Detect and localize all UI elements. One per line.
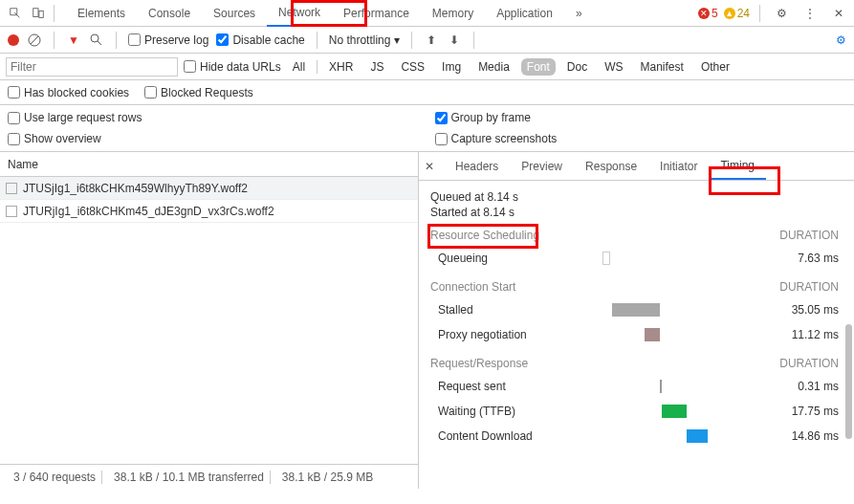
blocked-requests-checkbox[interactable]: Blocked Requests [144, 86, 253, 99]
tab-console[interactable]: Console [137, 1, 202, 26]
large-rows-label: Use large request rows [24, 111, 142, 124]
timing-row-download: Content Download 14.86 ms [430, 424, 839, 449]
panel-settings-icon[interactable]: ⚙ [836, 33, 846, 47]
filter-xhr[interactable]: XHR [323, 58, 359, 76]
clear-icon[interactable] [27, 33, 42, 48]
filter-doc[interactable]: Doc [561, 58, 593, 76]
dtab-initiator[interactable]: Initiator [648, 154, 709, 179]
svg-rect-0 [33, 8, 38, 16]
dtab-preview[interactable]: Preview [510, 154, 574, 179]
dtab-response[interactable]: Response [574, 154, 648, 179]
upload-icon[interactable]: ⬆ [424, 33, 439, 48]
filter-icon[interactable]: ▼ [66, 33, 81, 48]
chevron-down-icon: ▾ [394, 33, 400, 47]
ttfb-value: 17.75 ms [762, 405, 839, 418]
tab-memory[interactable]: Memory [421, 1, 485, 26]
footer-requests: 3 / 640 requests [8, 471, 102, 484]
divider [759, 5, 760, 22]
warning-icon: ▲ [724, 8, 735, 19]
svg-line-5 [98, 41, 101, 45]
file-icon [6, 183, 17, 194]
filter-media[interactable]: Media [472, 58, 515, 76]
queueing-bar [602, 252, 610, 265]
download-label: Content Download [430, 429, 602, 443]
scrollbar[interactable] [845, 324, 852, 439]
sent-value: 0.31 ms [762, 380, 839, 393]
file-icon [6, 206, 17, 217]
divider [116, 32, 117, 49]
filter-js[interactable]: JS [364, 58, 389, 76]
stalled-value: 35.05 ms [762, 303, 839, 317]
filter-font[interactable]: Font [521, 58, 556, 76]
throttling-select[interactable]: No throttling ▾ [329, 33, 401, 47]
preserve-log-checkbox[interactable]: Preserve log [128, 33, 208, 47]
inspect-icon[interactable] [4, 2, 27, 25]
error-count[interactable]: ✕ 5 [698, 7, 718, 20]
filter-other[interactable]: Other [695, 58, 735, 76]
dtab-headers[interactable]: Headers [444, 154, 510, 179]
filter-css[interactable]: CSS [395, 58, 430, 76]
svg-line-3 [31, 36, 38, 44]
divider [411, 32, 412, 49]
section-connection: Connection Start [430, 280, 515, 294]
column-header-name[interactable]: Name [0, 152, 418, 177]
device-toggle-icon[interactable] [27, 2, 50, 25]
show-overview-checkbox[interactable]: Show overview [8, 132, 420, 145]
search-icon[interactable] [89, 33, 104, 48]
tab-network[interactable]: Network [267, 0, 332, 27]
dtab-timing[interactable]: Timing [709, 153, 766, 180]
devtools-top-tabbar: Elements Console Sources Network Perform… [0, 0, 854, 27]
filter-bar: Hide data URLs All XHR JS CSS Img Media … [0, 54, 854, 80]
download-icon[interactable]: ⬇ [447, 33, 462, 48]
download-value: 14.86 ms [762, 429, 839, 443]
queueing-label: Queueing [430, 252, 602, 265]
request-name: JTUSjIg1_i6t8kCHKm459WlhyyTh89Y.woff2 [23, 182, 248, 195]
divider [54, 32, 55, 49]
filter-ws[interactable]: WS [599, 58, 628, 76]
proxy-label: Proxy negotiation [430, 328, 602, 341]
timing-row-ttfb: Waiting (TTFB) 17.75 ms [430, 399, 839, 424]
gear-icon[interactable]: ⚙ [770, 2, 793, 25]
timing-row-stalled: Stalled 35.05 ms [430, 297, 839, 322]
filter-input[interactable] [6, 57, 178, 77]
large-rows-checkbox[interactable]: Use large request rows [8, 111, 420, 124]
tab-sources[interactable]: Sources [202, 1, 267, 26]
detail-panel: ✕ Headers Preview Response Initiator Tim… [419, 152, 854, 489]
tab-application[interactable]: Application [485, 1, 564, 26]
status-footer: 3 / 640 requests 38.1 kB / 10.1 MB trans… [0, 464, 418, 489]
record-button[interactable] [8, 34, 19, 46]
error-count-value: 5 [712, 7, 718, 20]
throttling-label: No throttling [329, 33, 391, 47]
close-detail-icon[interactable]: ✕ [425, 160, 444, 173]
tab-elements[interactable]: Elements [66, 1, 137, 26]
timing-row-proxy: Proxy negotiation 11.12 ms [430, 322, 839, 347]
disable-cache-checkbox[interactable]: Disable cache [216, 33, 304, 47]
request-name: JTURjIg1_i6t8kCHKm45_dJE3gnD_vx3rCs.woff… [23, 205, 274, 218]
timing-body: Queued at 8.14 s Started at 8.14 s Resou… [419, 181, 854, 489]
hide-data-urls-checkbox[interactable]: Hide data URLs [184, 60, 281, 74]
tab-overflow[interactable]: » [564, 1, 594, 26]
footer-resources: 38.1 kB / 25.9 MB [276, 471, 379, 484]
filter-manifest[interactable]: Manifest [635, 58, 690, 76]
blocked-cookies-checkbox[interactable]: Has blocked cookies [8, 86, 129, 99]
started-at: Started at 8.14 s [430, 206, 839, 219]
group-by-frame-checkbox[interactable]: Group by frame [435, 111, 847, 124]
filter-all[interactable]: All [287, 58, 311, 76]
ttfb-label: Waiting (TTFB) [430, 405, 602, 418]
warning-count[interactable]: ▲ 24 [724, 7, 750, 20]
blocked-requests-label: Blocked Requests [161, 86, 253, 99]
close-icon[interactable]: ✕ [827, 2, 850, 25]
main-panel: Name JTUSjIg1_i6t8kCHKm459WlhyyTh89Y.wof… [0, 152, 854, 489]
tab-performance[interactable]: Performance [332, 1, 421, 26]
options-row-2: Use large request rows Show overview Gro… [0, 105, 854, 152]
request-row[interactable]: JTUSjIg1_i6t8kCHKm459WlhyyTh89Y.woff2 [0, 177, 418, 200]
filter-img[interactable]: Img [436, 58, 467, 76]
capture-screenshots-label: Capture screenshots [451, 132, 558, 145]
kebab-menu-icon[interactable]: ⋮ [799, 2, 821, 25]
queued-at: Queued at 8.14 s [430, 190, 839, 204]
divider [317, 60, 318, 74]
request-row[interactable]: JTURjIg1_i6t8kCHKm45_dJE3gnD_vx3rCs.woff… [0, 200, 418, 223]
duration-label: DURATION [779, 280, 839, 294]
capture-screenshots-checkbox[interactable]: Capture screenshots [435, 132, 847, 145]
download-bar [687, 429, 708, 443]
